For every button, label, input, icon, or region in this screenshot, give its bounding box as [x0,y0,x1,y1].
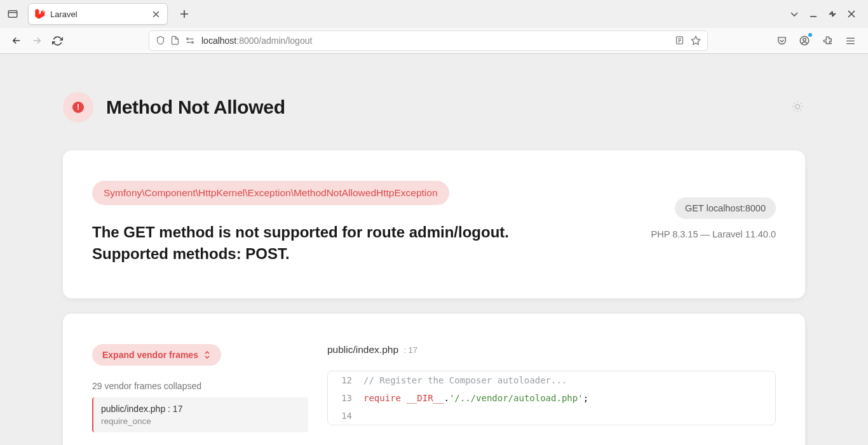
browser-tab[interactable]: Laravel [28,3,168,25]
nav-buttons [6,34,67,47]
code-line: 12// Register the Composer autoloader... [328,371,775,389]
code-snippet: 12// Register the Composer autoloader...… [327,371,776,425]
page-info-icon[interactable] [170,36,180,46]
page-header: ! Method Not Allowed [63,92,805,123]
tab-close-button[interactable] [151,9,161,19]
frame-function: require_once [101,416,301,426]
notification-dot [808,33,812,37]
request-pill[interactable]: GET localhost:8000 [675,197,776,219]
line-content [363,411,775,421]
code-file-path: public/index.php [327,344,398,355]
tab-strip: Laravel [0,0,868,28]
code-file-header: public/index.php : 17 [327,344,776,355]
panel-toggle-button[interactable] [4,5,22,23]
permissions-icon[interactable] [185,36,195,46]
forward-button[interactable] [31,34,43,47]
frame-path: public/index.php : 17 [101,404,301,414]
close-window-button[interactable] [846,9,857,19]
url-action-icons [675,36,701,46]
code-column: public/index.php : 17 12// Register the … [327,344,776,445]
stack-frame-active[interactable]: public/index.php : 17 require_once [92,397,308,432]
url-text: localhost:8000/admin/logout [201,36,668,46]
svg-point-11 [803,38,806,41]
theme-toggle-button[interactable] [791,100,805,114]
svg-line-19 [801,110,801,110]
browser-chrome: Laravel [0,0,868,54]
line-number: 14 [328,411,363,421]
chevron-sort-icon [203,351,211,359]
page-title: Method Not Allowed [106,96,285,118]
list-tabs-button[interactable] [789,9,799,19]
error-badge: ! [63,92,93,123]
shield-icon[interactable] [156,36,165,46]
line-number: 13 [328,393,363,403]
exception-message: The GET method is not supported for rout… [92,222,575,264]
runtime-meta: PHP 8.3.15 — Laravel 11.40.0 [651,229,776,239]
pocket-icon[interactable] [775,34,788,47]
restore-button[interactable] [827,9,837,19]
exclamation-icon: ! [72,102,84,113]
line-number: 12 [328,375,363,385]
page-content: ! Method Not Allowed Symfony\Component\H… [0,54,868,445]
menu-icon[interactable] [844,34,857,47]
browser-toolbar: localhost:8000/admin/logout [0,28,868,53]
line-content: require __DIR__.'/../vendor/autoload.php… [363,393,775,403]
line-content: // Register the Composer autoloader... [363,375,775,385]
tab-title: Laravel [50,10,146,19]
svg-point-4 [192,41,194,43]
code-line: 13require __DIR__.'/../vendor/autoload.p… [328,389,775,407]
svg-rect-0 [8,11,17,18]
reader-mode-icon[interactable] [675,36,684,46]
reload-button[interactable] [51,34,64,47]
window-controls [789,9,864,19]
svg-point-2 [187,38,189,40]
laravel-favicon [35,9,45,19]
expand-vendor-frames-button[interactable]: Expand vendor frames [92,344,221,366]
exception-class-pill[interactable]: Symfony\Component\HttpKernel\Exception\M… [92,181,449,205]
new-tab-button[interactable] [175,5,193,23]
svg-point-15 [796,105,800,109]
url-path: :8000/admin/logout [236,36,312,46]
frames-column: Expand vendor frames 29 vendor frames co… [92,344,308,445]
code-file-line: : 17 [403,345,417,355]
svg-line-18 [794,103,794,103]
expand-button-label: Expand vendor frames [102,350,198,360]
url-bar[interactable]: localhost:8000/admin/logout [149,30,708,51]
code-line: 14 [328,407,775,425]
stack-trace-card: Expand vendor frames 29 vendor frames co… [63,314,805,445]
url-host: localhost [201,36,236,46]
bookmark-icon[interactable] [691,36,701,46]
extensions-icon[interactable] [821,34,834,47]
minimize-button[interactable] [808,9,818,19]
account-icon[interactable] [798,34,811,47]
url-security-icons [156,36,195,46]
back-button[interactable] [10,34,23,47]
svg-line-23 [801,103,801,103]
toolbar-right-icons [775,34,862,47]
svg-line-22 [794,110,794,110]
vendor-frames-collapsed-top[interactable]: 29 vendor frames collapsed [92,381,308,391]
exception-card: Symfony\Component\HttpKernel\Exception\M… [63,150,805,298]
